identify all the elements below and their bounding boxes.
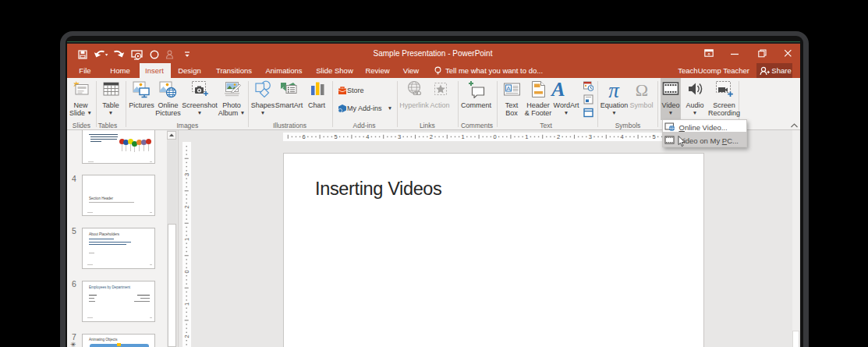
svg-text:Ω: Ω bbox=[636, 80, 648, 99]
svg-text:1: 1 bbox=[525, 133, 528, 140]
svg-text:3: 3 bbox=[398, 133, 401, 140]
svg-text:4: 4 bbox=[366, 133, 369, 140]
svg-text:5: 5 bbox=[334, 133, 337, 140]
svg-text:A: A bbox=[550, 80, 565, 99]
svg-text:π: π bbox=[608, 80, 620, 99]
svg-text:2: 2 bbox=[183, 205, 190, 208]
svg-text:0: 0 bbox=[493, 133, 496, 140]
svg-text:6: 6 bbox=[302, 133, 305, 140]
svg-text:5: 5 bbox=[652, 133, 655, 140]
svg-text:A: A bbox=[506, 85, 511, 92]
svg-text:2: 2 bbox=[429, 133, 432, 140]
svg-text:2: 2 bbox=[557, 133, 560, 140]
svg-text:3: 3 bbox=[588, 133, 591, 140]
svg-text:3: 3 bbox=[183, 172, 190, 175]
svg-text:0: 0 bbox=[183, 270, 190, 273]
svg-text:4: 4 bbox=[620, 133, 623, 140]
svg-text:1: 1 bbox=[183, 302, 190, 305]
svg-text:1: 1 bbox=[183, 237, 190, 240]
svg-text:2: 2 bbox=[183, 335, 190, 338]
svg-text:1: 1 bbox=[461, 133, 464, 140]
